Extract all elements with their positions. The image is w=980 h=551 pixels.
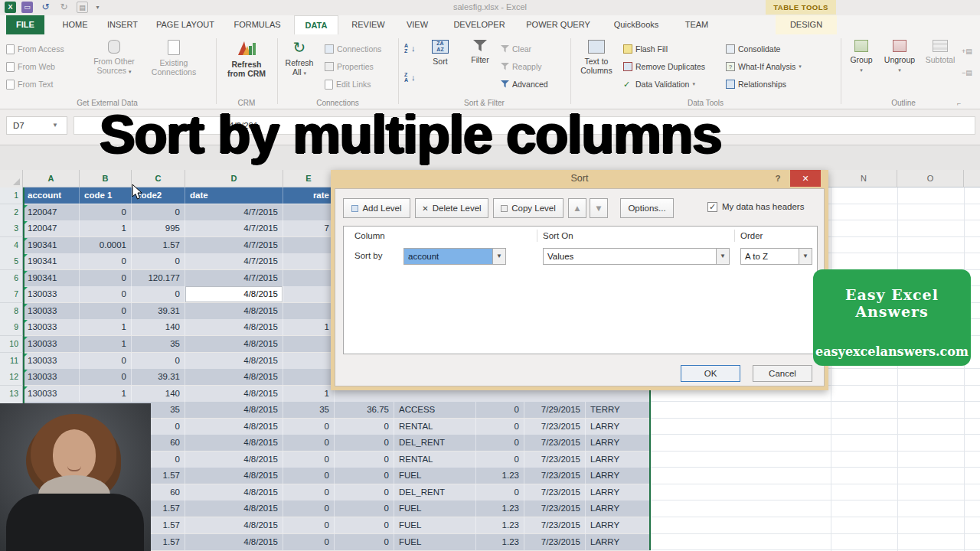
cell[interactable]: 4/8/2015 <box>185 386 283 402</box>
chevron-down-icon[interactable]: ▼ <box>492 249 505 264</box>
cell[interactable]: LARRY <box>586 435 651 451</box>
cell[interactable]: 0 <box>132 253 185 269</box>
cell[interactable]: 1 <box>283 319 335 335</box>
cell[interactable]: 120.177 <box>132 270 185 286</box>
cell[interactable]: 0 <box>283 452 335 468</box>
cell[interactable]: LARRY <box>586 452 651 468</box>
cell[interactable]: 0 <box>283 468 335 484</box>
cell[interactable]: LARRY <box>586 419 651 435</box>
cell[interactable]: 7/23/2015 <box>524 534 586 550</box>
cell[interactable]: 4/8/2015 <box>185 534 283 550</box>
cell[interactable]: FUEL <box>394 500 476 517</box>
cell[interactable]: 120047 <box>23 204 80 220</box>
cell[interactable]: 190341 <box>23 237 80 253</box>
name-box[interactable]: D7 <box>6 116 67 135</box>
tab-file[interactable]: FILE <box>6 15 44 34</box>
column-header-n[interactable]: N <box>831 170 897 187</box>
options-button[interactable]: Options... <box>620 198 674 218</box>
cell[interactable]: 0 <box>80 270 132 286</box>
row-number[interactable]: 13 <box>0 386 23 403</box>
refresh-all-button[interactable]: ↻ RefreshAll ▾ <box>280 38 318 98</box>
row-number[interactable]: 10 <box>0 336 23 353</box>
what-if-analysis-button[interactable]: ?What-If Analysis ▾ <box>726 59 802 74</box>
cell[interactable]: 0 <box>283 500 335 517</box>
cell[interactable]: 0.0001 <box>80 237 132 253</box>
text-to-columns-button[interactable]: Text toColumns <box>576 38 617 98</box>
cell[interactable] <box>283 286 335 302</box>
from-other-sources-button[interactable]: From OtherSources ▾ <box>89 38 139 98</box>
cell[interactable]: DEL_RENT <box>394 484 476 500</box>
cell[interactable]: 7/29/2015 <box>524 402 586 418</box>
cell[interactable]: 4/8/2015 <box>185 517 283 533</box>
subtotal-button[interactable]: Subtotal <box>922 38 959 98</box>
add-level-button[interactable]: Add Level <box>343 198 410 218</box>
row-number[interactable]: 4 <box>0 237 23 254</box>
remove-duplicates-button[interactable]: Remove Duplicates <box>623 59 705 74</box>
cell[interactable]: 120047 <box>23 220 80 236</box>
row-number[interactable]: 9 <box>0 319 23 336</box>
cell[interactable]: 130033 <box>23 353 80 369</box>
column-header-d[interactable]: D <box>185 170 283 187</box>
tab-home[interactable]: HOME <box>55 15 95 34</box>
from-web-button[interactable]: From Web <box>6 59 55 74</box>
cell[interactable]: 1.23 <box>476 500 524 517</box>
cell[interactable]: 4/8/2015 <box>185 500 283 517</box>
cell[interactable]: FUEL <box>394 517 476 533</box>
sort-by-column-select[interactable]: account▼ <box>403 248 506 265</box>
cell[interactable]: 4/8/2015 <box>185 286 283 302</box>
cell[interactable]: 39.31 <box>132 303 185 319</box>
from-access-button[interactable]: From Access <box>6 41 64 57</box>
my-data-has-headers-checkbox[interactable]: ✓ <box>707 202 717 212</box>
cell[interactable]: 4/8/2015 <box>185 484 283 500</box>
cell[interactable]: 130033 <box>23 319 80 335</box>
cell[interactable]: 0 <box>80 286 132 302</box>
cell[interactable]: 1 <box>80 319 132 335</box>
hide-detail-icon[interactable]: −▤ <box>962 65 972 80</box>
cell[interactable] <box>283 303 335 319</box>
row-number[interactable]: 11 <box>0 353 23 370</box>
cell[interactable]: 130033 <box>23 286 80 302</box>
refresh-from-crm-button[interactable]: Refreshfrom CRM <box>220 38 273 98</box>
cell[interactable]: 1 <box>80 386 132 402</box>
cell[interactable]: LARRY <box>586 500 651 517</box>
cell[interactable]: 0 <box>80 204 132 220</box>
reapply-button[interactable]: Reapply <box>501 59 542 74</box>
cell[interactable]: 1.23 <box>476 534 524 550</box>
cell[interactable]: 4/8/2015 <box>185 353 283 369</box>
cell[interactable]: 190341 <box>23 270 80 286</box>
cell[interactable] <box>283 353 335 369</box>
cell[interactable]: 0 <box>335 419 394 435</box>
cell[interactable]: 0 <box>476 435 524 451</box>
advanced-filter-button[interactable]: Advanced <box>501 77 548 92</box>
sort-on-select[interactable]: Values▼ <box>543 248 730 265</box>
filter-button[interactable]: Filter <box>462 38 498 98</box>
cell[interactable]: 0 <box>335 484 394 500</box>
close-icon[interactable]: ✕ <box>790 170 821 187</box>
cell[interactable]: 4/8/2015 <box>185 369 283 385</box>
cell[interactable]: 0 <box>283 435 335 451</box>
cell[interactable]: 0 <box>283 419 335 435</box>
select-all-corner[interactable] <box>0 170 23 187</box>
move-level-up-button[interactable]: ▲ <box>568 198 586 218</box>
group-button[interactable]: Group▾ <box>845 38 877 98</box>
cell[interactable]: code 1 <box>80 187 132 204</box>
cell[interactable] <box>283 204 335 220</box>
ungroup-button[interactable]: Ungroup▾ <box>880 38 919 98</box>
cell[interactable]: 0 <box>335 468 394 484</box>
cell[interactable]: 7/23/2015 <box>524 435 586 451</box>
cell[interactable]: 4/8/2015 <box>185 452 283 468</box>
cell[interactable] <box>283 270 335 286</box>
cell[interactable] <box>283 369 335 385</box>
cell[interactable]: 0 <box>335 435 394 451</box>
cell[interactable]: 4/8/2015 <box>185 336 283 352</box>
tab-design[interactable]: DESIGN <box>776 15 837 34</box>
cell[interactable]: 0 <box>476 419 524 435</box>
cell[interactable]: 4/8/2015 <box>185 319 283 335</box>
cell[interactable] <box>283 237 335 253</box>
clear-filter-button[interactable]: Clear <box>501 41 531 57</box>
cell[interactable]: FUEL <box>394 468 476 484</box>
copy-level-button[interactable]: Copy Level <box>493 198 564 218</box>
tab-power-query[interactable]: POWER QUERY <box>521 15 596 34</box>
chevron-down-icon[interactable]: ▼ <box>716 249 729 264</box>
tab-developer[interactable]: DEVELOPER <box>447 15 511 34</box>
